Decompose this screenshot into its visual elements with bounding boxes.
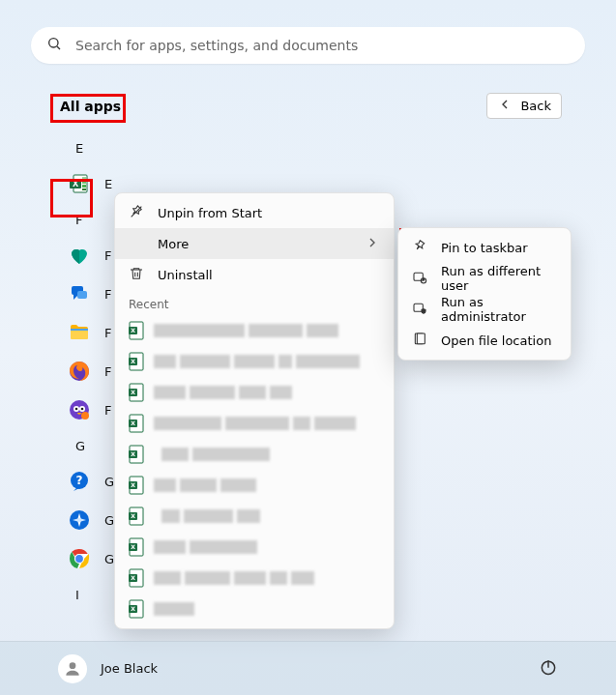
svg-text:X: X [131, 574, 135, 581]
recent-item[interactable]: X [115, 315, 394, 346]
context-menu-more: Pin to taskbar Run as different user Run… [397, 227, 572, 361]
ctx-more[interactable]: More [115, 228, 394, 259]
svg-rect-68 [417, 333, 425, 344]
ctx-run-as-administrator[interactable]: Run as administrator [398, 294, 571, 325]
blurred-text [154, 386, 380, 399]
svg-rect-13 [71, 329, 88, 331]
chrome-icon [68, 547, 91, 570]
chevron-right-icon [365, 235, 380, 253]
back-button-label: Back [520, 99, 551, 113]
svg-point-18 [75, 408, 78, 411]
ctx-item-label: Open file location [441, 333, 551, 348]
svg-line-1 [57, 46, 60, 49]
svg-point-69 [70, 662, 76, 669]
ctx-item-label: Run as administrator [441, 295, 557, 324]
ctx-uninstall[interactable]: Uninstall [115, 259, 394, 290]
blurred-text [154, 602, 380, 616]
search-icon [46, 36, 62, 55]
excel-doc-icon: X [129, 476, 144, 495]
recent-item[interactable]: X [115, 594, 394, 624]
chat-icon [68, 282, 91, 305]
user-switch-icon [412, 270, 427, 288]
recent-item[interactable]: X [115, 408, 394, 439]
search-box[interactable] [31, 27, 585, 64]
app-label: F [104, 287, 111, 302]
context-menu-app: Unpin from Start More Uninstall Recent X… [114, 192, 395, 629]
excel-icon: X [68, 172, 91, 195]
excel-doc-icon: X [129, 321, 144, 340]
svg-text:X: X [131, 389, 135, 395]
owl-icon [68, 398, 91, 421]
blurred-text [154, 448, 380, 461]
app-label: G [104, 513, 114, 528]
svg-text:X: X [131, 481, 135, 488]
pin-icon [412, 239, 427, 257]
svg-text:X: X [73, 180, 79, 188]
shield-icon [412, 301, 427, 319]
svg-text:X: X [131, 420, 135, 426]
svg-point-0 [49, 39, 58, 47]
app-label: F [104, 248, 111, 263]
svg-text:?: ? [76, 474, 83, 487]
recent-item[interactable]: X [115, 439, 394, 470]
excel-doc-icon: X [129, 383, 144, 402]
user-name: Joe Black [101, 661, 158, 676]
ctx-item-label: Run as different user [441, 264, 557, 293]
svg-rect-5 [82, 177, 86, 180]
ctx-unpin-from-start[interactable]: Unpin from Start [115, 197, 394, 228]
svg-text:X: X [131, 327, 135, 333]
excel-doc-icon: X [129, 599, 144, 619]
excel-doc-icon: X [129, 537, 144, 557]
start-footer: Joe Black [0, 641, 616, 695]
ctx-item-label: Pin to taskbar [441, 241, 528, 255]
letter-header-e[interactable]: E [58, 131, 348, 164]
svg-point-65 [423, 278, 425, 280]
heart-icon [68, 244, 91, 267]
compass-icon [68, 508, 91, 532]
ctx-run-as-different-user[interactable]: Run as different user [398, 263, 571, 294]
svg-rect-7 [82, 185, 86, 188]
app-label: F [104, 326, 111, 340]
file-location-icon [412, 332, 427, 350]
excel-doc-icon: X [129, 568, 144, 588]
folder-icon [68, 321, 91, 344]
recent-item[interactable]: X [115, 346, 394, 377]
app-label: F [104, 364, 111, 379]
app-label: E [104, 177, 112, 191]
blurred-text [154, 355, 380, 368]
svg-text:X: X [131, 605, 135, 612]
svg-rect-11 [77, 291, 87, 299]
recent-item[interactable]: X [115, 470, 394, 501]
help-icon: ? [68, 470, 91, 493]
blurred-text [154, 509, 380, 523]
all-apps-heading[interactable]: All apps [54, 95, 127, 118]
recent-item[interactable]: X [115, 377, 394, 408]
ctx-open-file-location[interactable]: Open file location [398, 325, 571, 356]
user-account-button[interactable]: Joe Black [58, 654, 158, 683]
blurred-text [154, 478, 380, 492]
svg-point-19 [81, 408, 84, 411]
ctx-item-label: Unpin from Start [158, 206, 262, 220]
trash-icon [129, 266, 144, 284]
blurred-text [154, 417, 380, 430]
svg-text:X: X [131, 512, 135, 519]
svg-point-20 [81, 412, 89, 420]
search-input[interactable] [75, 38, 570, 53]
app-label: F [104, 403, 111, 418]
app-label: G [104, 552, 114, 566]
svg-text:X: X [131, 358, 135, 364]
ctx-recent-header: Recent [115, 290, 394, 315]
back-button[interactable]: Back [486, 93, 562, 119]
recent-item[interactable]: X [115, 532, 394, 563]
ctx-pin-to-taskbar[interactable]: Pin to taskbar [398, 232, 571, 263]
ctx-item-label: More [158, 237, 189, 251]
power-button[interactable] [539, 657, 558, 681]
recent-item[interactable]: X [115, 563, 394, 594]
excel-doc-icon: X [129, 507, 144, 526]
svg-rect-8 [82, 188, 86, 190]
unpin-icon [129, 204, 144, 222]
recent-item[interactable]: X [115, 501, 394, 532]
firefox-icon [68, 360, 91, 383]
blurred-text [154, 324, 380, 337]
blurred-text [154, 571, 380, 585]
